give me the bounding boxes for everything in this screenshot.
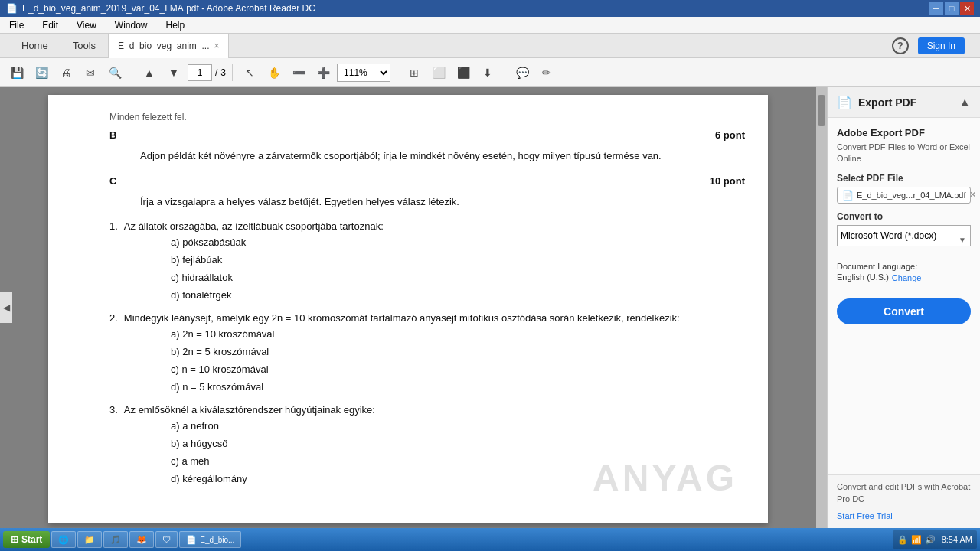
pdf-scrollbar[interactable] xyxy=(816,87,827,528)
panel-body: Adobe Export PDF Convert PDF Files to Wo… xyxy=(828,118,980,474)
tab-right-area: ? Sign In xyxy=(892,37,971,54)
change-language-link[interactable]: Change xyxy=(892,273,922,282)
section-c-header: C 10 pont xyxy=(109,174,745,190)
pdf-viewer[interactable]: ◀ Minden felezett fel. B 6 pont Adjon pé… xyxy=(0,87,816,528)
panel-description: Convert PDF Files to Word or Excel Onlin… xyxy=(837,142,971,165)
panel-header: 📄 Export PDF ▲ xyxy=(828,87,980,118)
doc-language-row: English (U.S.) Change xyxy=(837,272,971,283)
panel-collapse-button[interactable]: ▲ xyxy=(959,96,971,109)
fit-width-button[interactable]: ⬛ xyxy=(452,62,474,83)
panel-title: Export PDF xyxy=(858,96,916,109)
q2-number: 2. xyxy=(109,311,118,327)
collapse-panel-button[interactable]: ◀ xyxy=(0,292,12,323)
sign-in-button[interactable]: Sign In xyxy=(918,37,965,54)
menu-view[interactable]: View xyxy=(74,18,100,32)
select-pdf-label: Select PDF File xyxy=(837,173,971,184)
hand-tool-button[interactable]: ✋ xyxy=(263,62,285,83)
q3-text: Az emlősöknél a kiválasztórendszer húgyú… xyxy=(124,403,375,419)
close-button[interactable]: ✕ xyxy=(960,2,974,15)
panel-divider xyxy=(837,334,971,334)
section-b-header: B 6 pont xyxy=(109,128,745,144)
taskbar-media[interactable]: 🎵 xyxy=(103,531,128,548)
menu-window[interactable]: Window xyxy=(112,18,151,32)
system-clock: 8:54 AM xyxy=(942,535,972,544)
menu-help[interactable]: Help xyxy=(163,18,188,32)
q2-text: Mindegyik leánysejt, amelyik egy 2n = 10… xyxy=(124,311,680,327)
comment-button[interactable]: 💬 xyxy=(511,62,533,83)
firefox-icon: 🦊 xyxy=(136,535,147,545)
zoom-in-button[interactable]: ➕ xyxy=(312,62,334,83)
trial-link[interactable]: Start Free Trial xyxy=(837,511,893,520)
tab-tools-label: Tools xyxy=(73,40,96,51)
minimize-button[interactable]: ─ xyxy=(929,2,943,15)
title-bar-left: 📄 E_d_bio_veg_anim_2019_var_04_LMA.pdf -… xyxy=(6,3,315,14)
save-button[interactable]: 💾 xyxy=(6,62,28,83)
zoom-select[interactable]: 111% 100% 75% 50% 125% 150% xyxy=(337,64,390,82)
next-page-button[interactable]: ▼ xyxy=(163,62,185,83)
file-chip-remove-button[interactable]: ✕ xyxy=(969,190,976,200)
tab-tools[interactable]: Tools xyxy=(60,34,108,58)
file-chip-icon: 📄 xyxy=(842,190,854,201)
taskbar-security[interactable]: 🛡 xyxy=(155,531,178,548)
start-button[interactable]: ⊞ Start xyxy=(3,531,50,548)
menu-edit[interactable]: Edit xyxy=(39,18,61,32)
zoom-out-button[interactable]: ➖ xyxy=(288,62,309,83)
page-nav: 1 / 3 xyxy=(188,64,226,81)
convert-format-select[interactable]: Microsoft Word (*.docx) Microsoft Excel … xyxy=(837,225,971,246)
q1-answer-d: d) fonaléfrgek xyxy=(171,288,745,304)
scrollbar-thumb[interactable] xyxy=(818,95,825,126)
q3-number: 3. xyxy=(109,403,118,419)
tab-bar: Home Tools E_d_bio_veg_anim_... × ? Sign… xyxy=(0,34,980,58)
print-button[interactable]: 🖨 xyxy=(55,62,77,83)
title-bar-text: E_d_bio_veg_anim_2019_var_04_LMA.pdf - A… xyxy=(22,3,315,14)
folder-icon: 📁 xyxy=(84,535,95,545)
toolbar-separator-1 xyxy=(132,64,132,81)
help-button[interactable]: ? xyxy=(892,37,909,54)
send-email-button[interactable]: ✉ xyxy=(80,62,101,83)
tab-document-label: E_d_bio_veg_anim_... xyxy=(118,41,209,51)
fit-page-button[interactable]: ⬜ xyxy=(428,62,449,83)
q1-answer-a: a) pókszabásúak xyxy=(171,235,745,251)
q2-answers: a) 2n = 10 kroszómával b) 2n = 5 kroszóm… xyxy=(109,327,745,395)
tab-home-label: Home xyxy=(21,40,48,51)
taskbar-system-tray: 🔒 📶 🔊 8:54 AM xyxy=(893,530,977,549)
tab-document[interactable]: E_d_bio_veg_anim_... × xyxy=(108,34,229,58)
prev-page-button[interactable]: ▲ xyxy=(139,62,160,83)
pdf-page: Minden felezett fel. B 6 pont Adjon péld… xyxy=(48,95,768,523)
section-b-points: 6 pont xyxy=(715,128,745,144)
cursor-tool-button[interactable]: ↖ xyxy=(239,62,260,83)
q2-answer-d: d) n = 5 kroszómával xyxy=(171,380,745,396)
acrobat-label: E_d_bio... xyxy=(200,536,234,544)
media-icon: 🎵 xyxy=(110,535,121,545)
security-icon: 🛡 xyxy=(162,535,171,544)
panel-section-title: Adobe Export PDF xyxy=(837,127,971,139)
taskbar-ie[interactable]: 🌐 xyxy=(51,531,76,548)
marquee-zoom-button[interactable]: ⊞ xyxy=(403,62,425,83)
taskbar-acrobat[interactable]: 📄 E_d_bio... xyxy=(179,531,241,548)
question-1-row: 1. Az állatok országába, az ízeltlábúak … xyxy=(109,219,745,235)
menu-file[interactable]: File xyxy=(6,18,27,32)
page-number-input[interactable]: 1 xyxy=(188,64,212,81)
export-pdf-icon: 📄 xyxy=(837,95,852,109)
toolbar: 💾 🔄 🖨 ✉ 🔍 ▲ ▼ 1 / 3 ↖ ✋ ➖ ➕ 111% 100% 75… xyxy=(0,58,980,87)
title-bar-controls: ─ □ ✕ xyxy=(929,2,974,15)
maximize-button[interactable]: □ xyxy=(945,2,959,15)
draw-button[interactable]: ✏ xyxy=(536,62,557,83)
file-chip: 📄 E_d_bio_veg...r_04_LMA.pdf ✕ xyxy=(837,187,971,204)
ie-icon: 🌐 xyxy=(58,535,69,545)
taskbar-firefox[interactable]: 🦊 xyxy=(129,531,154,548)
doc-language-value: English (U.S.) xyxy=(837,272,889,282)
taskbar-folder[interactable]: 📁 xyxy=(77,531,102,548)
search-button[interactable]: 🔍 xyxy=(104,62,126,83)
q2-answer-c: c) n = 10 kroszómával xyxy=(171,362,745,378)
rotate-button[interactable]: ⬇ xyxy=(477,62,498,83)
tab-home[interactable]: Home xyxy=(9,34,60,58)
section-b-text: Adjon példát két növényre a zárvatermők … xyxy=(109,148,745,165)
right-panel: 📄 Export PDF ▲ Adobe Export PDF Convert … xyxy=(827,87,980,528)
recent-files-button[interactable]: 🔄 xyxy=(31,62,52,83)
convert-button[interactable]: Convert xyxy=(837,298,971,324)
toolbar-separator-3 xyxy=(397,64,397,81)
promo-text: Convert and edit PDFs with Acrobat Pro D… xyxy=(837,481,971,505)
q1-answer-c: c) hidraállatok xyxy=(171,270,745,286)
tab-close-icon[interactable]: × xyxy=(214,41,219,51)
